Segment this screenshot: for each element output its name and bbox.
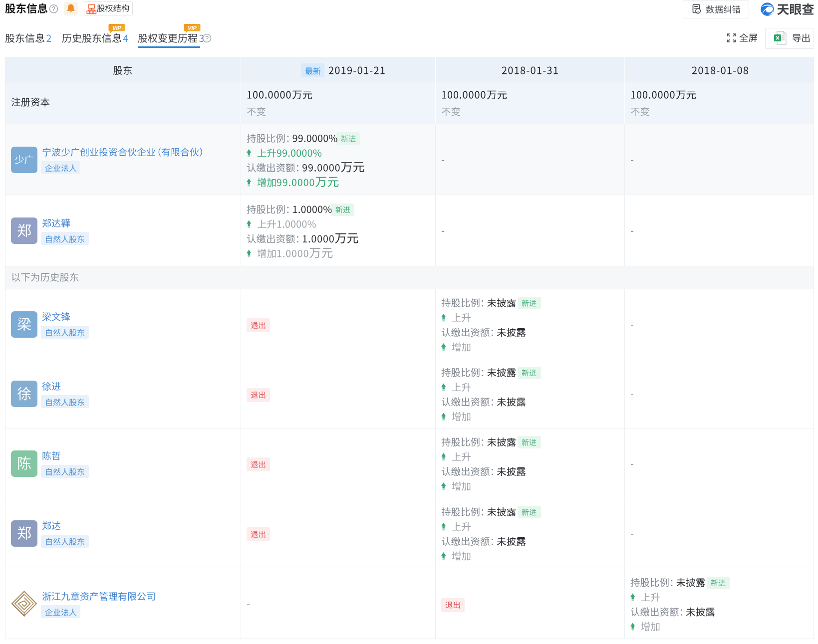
svg-text:?: ? <box>205 35 209 42</box>
svg-text:VIP: VIP <box>188 25 197 31</box>
svg-text:?: ? <box>52 5 55 12</box>
svg-text:VIP: VIP <box>112 25 121 31</box>
